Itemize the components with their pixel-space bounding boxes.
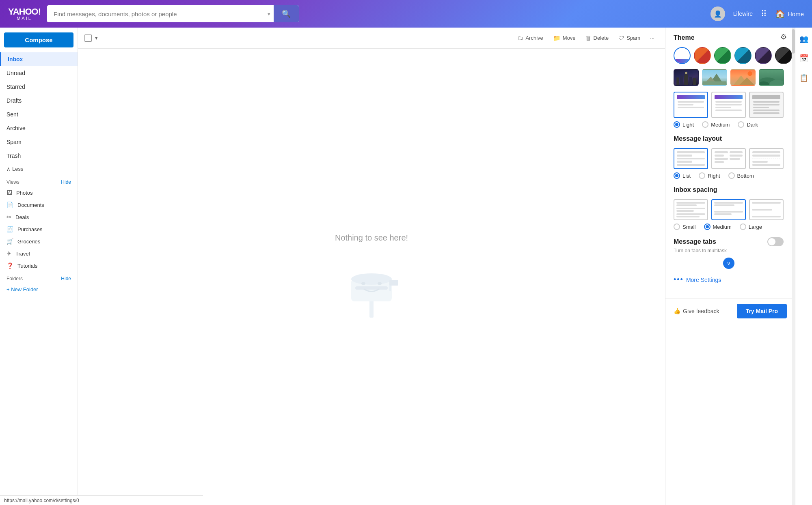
spacing-medium-radio[interactable]: Medium bbox=[704, 223, 732, 230]
photos-icon: 🖼 bbox=[6, 189, 12, 196]
density-dark-radio-circle bbox=[738, 121, 744, 128]
theme-image-mountain[interactable] bbox=[702, 69, 727, 86]
nav-archive[interactable]: Archive bbox=[0, 121, 78, 135]
spacing-title: Inbox spacing bbox=[674, 186, 784, 193]
theme-image-desert[interactable] bbox=[730, 69, 756, 86]
theme-color-black[interactable] bbox=[775, 47, 792, 64]
theme-image-night-city[interactable] bbox=[674, 69, 699, 86]
archive-toolbar-btn[interactable]: 🗂 Archive bbox=[513, 32, 547, 44]
empty-title: Nothing to see here! bbox=[335, 233, 408, 243]
chevron-down-button[interactable]: ∨ bbox=[723, 258, 734, 269]
search-input[interactable] bbox=[47, 6, 264, 21]
apps-grid-icon[interactable]: ⠿ bbox=[761, 9, 767, 19]
settings-gear-icon[interactable]: ⚙ bbox=[780, 32, 787, 41]
move-toolbar-btn[interactable]: 📁 Move bbox=[549, 32, 580, 44]
avatar: 👤 bbox=[710, 6, 725, 21]
density-light-radio[interactable]: Light bbox=[674, 121, 694, 128]
spacing-large-btn[interactable] bbox=[749, 199, 784, 220]
select-dropdown-btn[interactable]: ▾ bbox=[93, 33, 99, 43]
nav-spam[interactable]: Spam bbox=[0, 135, 78, 149]
more-settings-link[interactable]: ••• More Settings bbox=[674, 275, 784, 284]
documents-icon: 📄 bbox=[6, 202, 13, 208]
more-settings-label: More Settings bbox=[686, 277, 721, 283]
view-purchases[interactable]: 🧾 Purchases bbox=[0, 223, 78, 235]
theme-color-orange-red[interactable] bbox=[694, 47, 711, 64]
empty-illustration bbox=[339, 255, 404, 321]
theme-color-dark-purple[interactable] bbox=[755, 47, 772, 64]
tabs-row: Message tabs bbox=[674, 237, 784, 246]
spacing-small-radio[interactable]: Small bbox=[674, 223, 696, 230]
spacing-large-radio[interactable]: Large bbox=[740, 223, 762, 230]
spacing-medium-btn[interactable] bbox=[711, 199, 746, 220]
people-icon-btn[interactable]: 👥 bbox=[797, 32, 810, 45]
try-mail-pro-button[interactable]: Try Mail Pro bbox=[737, 304, 787, 318]
nav-trash[interactable]: Trash bbox=[0, 149, 78, 163]
nav-inbox[interactable]: Inbox bbox=[0, 52, 78, 66]
more-toolbar-btn[interactable]: ··· bbox=[646, 32, 659, 43]
layout-right-radio-circle bbox=[699, 172, 705, 179]
spacing-small-btn[interactable] bbox=[674, 199, 708, 220]
yahoo-logo: YAHOO! MAIL bbox=[8, 7, 41, 21]
theme-colors-grid bbox=[674, 47, 784, 64]
views-hide-link[interactable]: Hide bbox=[61, 179, 71, 185]
theme-color-white[interactable] bbox=[674, 47, 691, 64]
delete-btn-label: Delete bbox=[594, 35, 609, 41]
less-toggle[interactable]: ∧ Less bbox=[0, 163, 78, 175]
nav-unread[interactable]: Unread bbox=[0, 66, 78, 80]
view-deals[interactable]: ✂ Deals bbox=[0, 211, 78, 223]
settings-scrollbar[interactable] bbox=[792, 28, 795, 505]
layout-bottom-btn[interactable] bbox=[749, 148, 784, 169]
tabs-toggle[interactable] bbox=[767, 237, 784, 246]
svg-rect-3 bbox=[355, 286, 388, 290]
theme-image-green-hills[interactable] bbox=[759, 69, 784, 86]
spacing-options-grid bbox=[674, 199, 784, 220]
density-medium-radio[interactable]: Medium bbox=[702, 121, 730, 128]
view-documents[interactable]: 📄 Documents bbox=[0, 199, 78, 211]
view-tutorials[interactable]: ❓ Tutorials bbox=[0, 260, 78, 272]
calendar-icon-btn[interactable]: 📅 bbox=[797, 52, 810, 65]
density-dark-radio[interactable]: Dark bbox=[738, 121, 758, 128]
nav-starred[interactable]: Starred bbox=[0, 80, 78, 94]
tutorials-icon: ❓ bbox=[6, 262, 13, 269]
search-dropdown-btn[interactable]: ▾ bbox=[264, 7, 274, 21]
delete-toolbar-btn[interactable]: 🗑 Delete bbox=[581, 32, 613, 44]
layout-right-radio[interactable]: Right bbox=[699, 172, 720, 179]
layout-list-radio-circle bbox=[674, 172, 680, 179]
theme-color-teal[interactable] bbox=[734, 47, 752, 64]
nav-drafts[interactable]: Drafts bbox=[0, 94, 78, 107]
density-light-btn[interactable] bbox=[674, 92, 708, 118]
search-button[interactable]: 🔍 bbox=[274, 5, 299, 22]
layout-right-btn[interactable] bbox=[711, 148, 746, 169]
home-link[interactable]: 🏠 Home bbox=[775, 9, 804, 19]
density-dark-btn[interactable] bbox=[749, 92, 784, 118]
density-medium-btn[interactable] bbox=[711, 92, 746, 118]
feedback-button[interactable]: 👍 Give feedback bbox=[674, 308, 719, 314]
spam-btn-label: Spam bbox=[626, 35, 640, 41]
more-settings-dots-icon: ••• bbox=[674, 275, 684, 284]
move-icon: 📁 bbox=[553, 34, 561, 42]
chevron-down-container: ∨ bbox=[674, 258, 784, 269]
view-groceries[interactable]: 🛒 Groceries bbox=[0, 235, 78, 247]
layout-list-btn[interactable] bbox=[674, 148, 708, 169]
new-folder-button[interactable]: + New Folder bbox=[0, 283, 78, 296]
layout-list-label: List bbox=[682, 173, 691, 179]
notes-icon-btn[interactable]: 📋 bbox=[797, 71, 810, 84]
views-section-header: Views Hide bbox=[0, 175, 78, 187]
nav-inbox-label: Inbox bbox=[8, 56, 23, 62]
compose-button[interactable]: Compose bbox=[4, 32, 73, 47]
select-all-checkbox[interactable] bbox=[84, 34, 92, 42]
layout-bottom-radio[interactable]: Bottom bbox=[728, 172, 754, 179]
spam-toolbar-btn[interactable]: 🛡 Spam bbox=[614, 32, 644, 44]
layout-radio-options: List Right Bottom bbox=[674, 172, 784, 179]
layout-list-radio[interactable]: List bbox=[674, 172, 691, 179]
view-photos[interactable]: 🖼 Photos bbox=[0, 187, 78, 199]
spacing-small-label: Small bbox=[682, 224, 696, 230]
view-travel-label: Travel bbox=[15, 251, 30, 257]
purchases-icon: 🧾 bbox=[6, 226, 13, 232]
folders-hide-link[interactable]: Hide bbox=[61, 276, 71, 282]
svg-point-14 bbox=[685, 72, 687, 74]
theme-color-green[interactable] bbox=[714, 47, 731, 64]
spacing-small-radio-circle bbox=[674, 223, 680, 230]
view-travel[interactable]: ✈ Travel bbox=[0, 247, 78, 260]
nav-sent[interactable]: Sent bbox=[0, 107, 78, 121]
